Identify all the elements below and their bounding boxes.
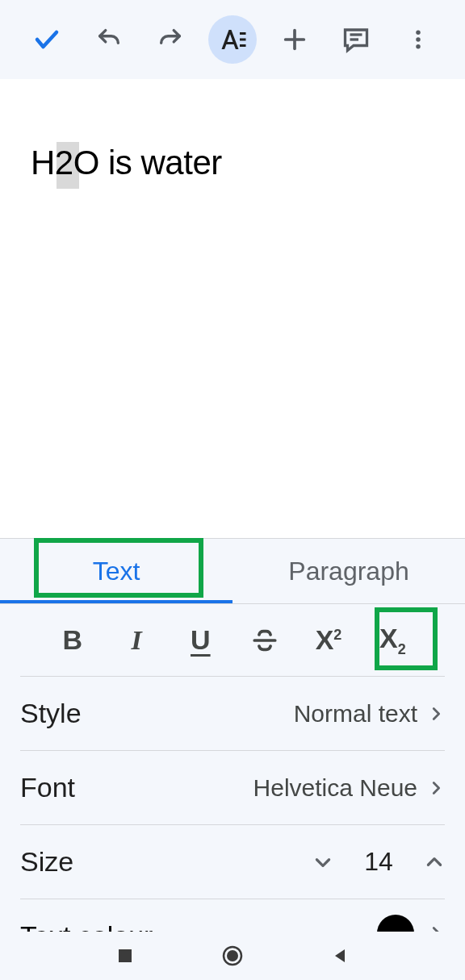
format-button[interactable] — [208, 15, 257, 64]
style-label: Style — [20, 698, 82, 729]
style-row[interactable]: Style Normal text — [20, 677, 445, 751]
tab-text[interactable]: Text — [0, 539, 232, 603]
insert-button[interactable] — [270, 15, 319, 64]
superscript-icon: X2 — [316, 624, 342, 656]
underline-icon: U — [191, 624, 211, 656]
bold-icon: B — [62, 624, 82, 656]
tab-text-label: Text — [93, 557, 140, 586]
tab-paragraph[interactable]: Paragraph — [232, 539, 465, 603]
font-value: Helvetica Neue — [253, 774, 417, 802]
italic-button[interactable]: I — [104, 625, 168, 656]
svg-rect-1 — [240, 39, 246, 41]
size-row: Size 14 — [20, 825, 445, 899]
chevron-right-icon — [427, 779, 445, 797]
done-button[interactable] — [23, 15, 71, 64]
recent-apps-button[interactable] — [115, 946, 135, 965]
undo-button[interactable] — [85, 15, 133, 64]
subscript-button[interactable]: X2 — [361, 623, 425, 658]
bold-button[interactable]: B — [40, 624, 104, 656]
style-value: Normal text — [294, 700, 417, 728]
svg-marker-14 — [335, 949, 345, 962]
back-button[interactable] — [330, 946, 350, 965]
svg-point-8 — [416, 37, 421, 42]
size-label: Size — [20, 846, 73, 878]
svg-point-13 — [227, 950, 238, 961]
size-decrease-button[interactable] — [312, 852, 333, 873]
svg-point-9 — [416, 44, 421, 49]
chevron-right-icon — [427, 705, 445, 723]
document-content: H2O is water — [31, 144, 222, 181]
strikethrough-button[interactable] — [232, 627, 296, 654]
svg-rect-11 — [119, 949, 132, 962]
home-button[interactable] — [220, 944, 245, 968]
size-increase-button[interactable] — [424, 852, 445, 873]
system-nav-bar — [0, 932, 465, 980]
svg-point-7 — [416, 31, 421, 35]
subscript-icon: X2 — [379, 623, 406, 658]
tab-paragraph-label: Paragraph — [288, 557, 408, 586]
italic-icon: I — [131, 625, 141, 656]
svg-rect-0 — [240, 32, 246, 35]
top-toolbar — [0, 0, 465, 79]
panel-tabs: Text Paragraph — [0, 539, 465, 603]
document-area[interactable]: H2O is water — [0, 79, 465, 538]
underline-button[interactable]: U — [169, 624, 232, 656]
font-label: Font — [20, 772, 75, 803]
more-button[interactable] — [394, 15, 442, 64]
svg-rect-2 — [240, 44, 246, 47]
font-row[interactable]: Font Helvetica Neue — [20, 751, 445, 825]
format-buttons-row: B I U X2 X2 — [20, 604, 445, 677]
redo-button[interactable] — [146, 15, 195, 64]
format-panel: Text Paragraph B I U X2 X2 Style Normal … — [0, 538, 465, 944]
superscript-button[interactable]: X2 — [296, 624, 360, 656]
size-value: 14 — [362, 847, 395, 877]
comment-button[interactable] — [332, 15, 380, 64]
